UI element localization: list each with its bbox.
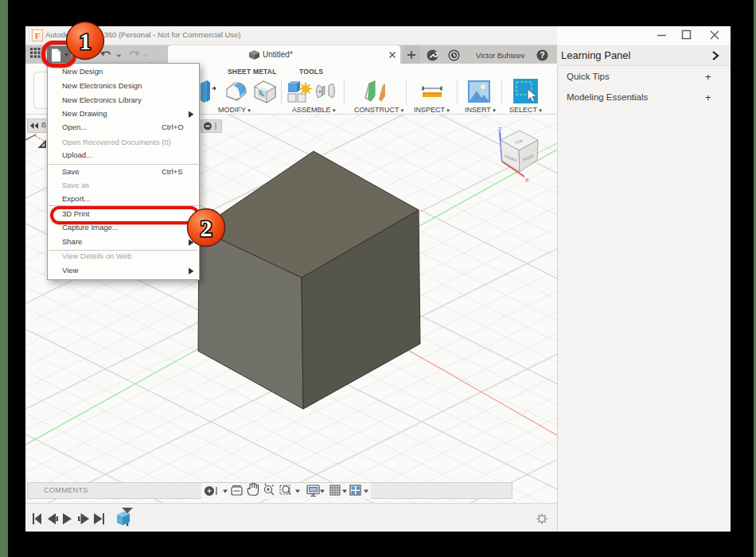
svg-text:X: X	[525, 177, 529, 183]
svg-text:?: ?	[540, 51, 544, 60]
svg-text:F: F	[35, 31, 41, 41]
svg-text:1: 1	[80, 28, 92, 54]
svg-text:2: 2	[201, 215, 212, 241]
svg-text:Z: Z	[498, 127, 502, 132]
